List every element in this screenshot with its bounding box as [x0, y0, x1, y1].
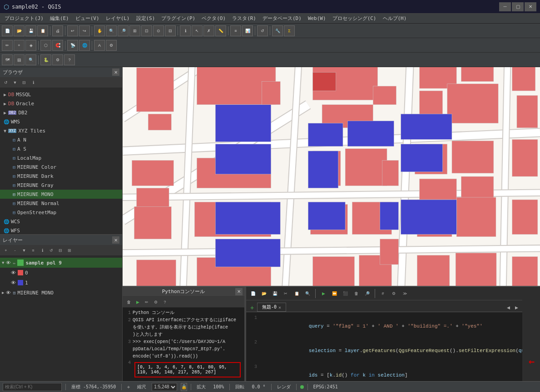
- zoom-out-btn[interactable]: 🔎: [118, 25, 129, 36]
- plugins-btn[interactable]: 🔧: [272, 25, 283, 36]
- layer-item-0[interactable]: 👁 0: [0, 268, 122, 278]
- spatial-query-btn[interactable]: 🔍: [25, 54, 36, 65]
- menu-processing[interactable]: プロセッシング(C): [330, 14, 379, 23]
- layer-refresh-btn[interactable]: ↺: [47, 246, 55, 255]
- processing-btn[interactable]: ⚙: [52, 54, 63, 65]
- py-save-file-btn[interactable]: 💾: [271, 289, 279, 298]
- snapping-btn[interactable]: 🧲: [52, 40, 63, 51]
- search-input[interactable]: [3, 383, 62, 391]
- menu-database[interactable]: データベース(D): [260, 14, 304, 23]
- menu-project[interactable]: プロジェクト(J): [2, 14, 46, 23]
- browser-item-as[interactable]: ⊞ A S: [0, 144, 122, 153]
- map-view[interactable]: [123, 67, 540, 286]
- browser-item-wms[interactable]: 🌐 WMS: [0, 117, 122, 126]
- menu-settings[interactable]: 設定(S): [134, 14, 158, 23]
- layer-close-btn[interactable]: ✕: [112, 236, 119, 244]
- digitize-btn[interactable]: ✏: [2, 40, 13, 51]
- browser-item-mierune-mono[interactable]: ⊞ MIERUNE MONO: [0, 190, 122, 199]
- layer-expand-btn[interactable]: ⊞: [65, 246, 74, 255]
- py-run-all-btn[interactable]: ⏩: [330, 289, 338, 298]
- browser-close-btn[interactable]: ✕: [112, 69, 119, 76]
- browser-refresh-btn[interactable]: ↺: [2, 78, 10, 87]
- browser-item-oracle[interactable]: ▶ DB Oracle: [0, 99, 122, 108]
- browser-item-wcs[interactable]: 🌐 WCS: [0, 217, 122, 226]
- zoom-selection-btn[interactable]: ⊙: [153, 25, 164, 36]
- code-editor[interactable]: 1 query = '"flag" = 1' + ' AND ' + '"bui…: [246, 312, 522, 381]
- menu-plugins[interactable]: プラグイン(P): [159, 14, 198, 23]
- layer-filter-btn[interactable]: ▼: [20, 246, 28, 255]
- browser-item-mssql[interactable]: ▶ DB MSSQL: [0, 90, 122, 99]
- scale-select[interactable]: 1:5,248: [152, 383, 177, 391]
- menu-web[interactable]: Web(W): [305, 15, 329, 22]
- python2-btn[interactable]: 🐍: [40, 54, 51, 65]
- browser-collapse-btn[interactable]: ⊟: [20, 78, 28, 87]
- py-search2-btn[interactable]: 🔎: [363, 289, 371, 298]
- layer-statistics-btn[interactable]: 📊: [242, 25, 253, 36]
- menu-view[interactable]: ビュー(V): [73, 14, 102, 23]
- new-tab-btn[interactable]: +: [248, 304, 256, 312]
- browser-item-localmap[interactable]: ⊞ LocalMap: [0, 153, 122, 162]
- zoom-layer-btn[interactable]: ⊡: [141, 25, 152, 36]
- py-hash-btn[interactable]: #: [379, 289, 387, 298]
- browser-item-an[interactable]: ⊞ A N: [0, 135, 122, 144]
- layer-item-mierune[interactable]: ▶ 👁 ⊞ MIERUNE MONO: [0, 288, 122, 298]
- zoom-native-btn[interactable]: ⊟: [165, 25, 176, 36]
- py-find-btn[interactable]: 🔍: [303, 289, 312, 298]
- layer-info-btn[interactable]: ℹ: [38, 246, 46, 255]
- redo-btn[interactable]: ↪: [79, 25, 90, 36]
- close-button[interactable]: ✕: [525, 2, 536, 11]
- label-btn[interactable]: A: [94, 40, 105, 51]
- py-edit-btn[interactable]: ✏: [143, 298, 151, 306]
- attribute-table-btn[interactable]: ≡: [230, 25, 241, 36]
- py-clear-btn[interactable]: 🗑: [124, 298, 133, 306]
- identify-btn[interactable]: ℹ: [180, 25, 191, 36]
- python-btn[interactable]: Σ: [284, 25, 295, 36]
- minimize-button[interactable]: ─: [499, 2, 511, 11]
- layer-eye-icon[interactable]: 👁: [6, 260, 11, 266]
- zoom-extent-btn[interactable]: ⊞: [129, 25, 140, 36]
- py-open-file-btn[interactable]: 📂: [260, 289, 268, 298]
- py-run-btn[interactable]: ▶: [134, 298, 142, 306]
- browser-item-mierune-color[interactable]: ⊞ MIERUNE Color: [0, 162, 122, 172]
- lock-scale-btn[interactable]: 🔒: [181, 383, 187, 391]
- tab-scroll-right[interactable]: ▶: [512, 304, 520, 312]
- py-stop-btn[interactable]: ⬛: [341, 289, 349, 298]
- help2-btn[interactable]: ?: [64, 54, 75, 65]
- menu-edit[interactable]: 編集(E): [47, 14, 72, 23]
- new-project-btn[interactable]: 📄: [2, 25, 13, 36]
- save-as-btn[interactable]: 📋: [37, 25, 48, 36]
- layer-item-sample-pol[interactable]: ▼ 👁 ✏ sample pol 9: [0, 258, 122, 268]
- gps-btn[interactable]: 📡: [67, 40, 78, 51]
- deselect-btn[interactable]: ✗: [203, 25, 214, 36]
- print-btn[interactable]: 🖨: [52, 25, 63, 36]
- undo-btn[interactable]: ↩: [67, 25, 78, 36]
- browser-item-mierune-normal[interactable]: ⊞ MIERUNE Normal: [0, 199, 122, 208]
- select-btn[interactable]: ↖: [192, 25, 203, 36]
- browser-item-wfs[interactable]: 🌐 WFS: [0, 226, 122, 234]
- maximize-button[interactable]: ▢: [512, 2, 524, 11]
- py-run-editor-btn[interactable]: ▶: [319, 289, 327, 298]
- py-clear-editor-btn[interactable]: 🗑: [352, 289, 360, 298]
- wms-btn[interactable]: 🌐: [79, 40, 90, 51]
- refresh-btn[interactable]: ↺: [257, 25, 268, 36]
- browser-properties-btn[interactable]: ℹ: [29, 78, 37, 87]
- layer-collapse-btn[interactable]: ⊟: [56, 246, 64, 255]
- layer-add-btn[interactable]: +: [2, 246, 10, 255]
- py-help-btn[interactable]: ?: [161, 298, 169, 306]
- browser-item-xyz[interactable]: ▼ XYZ XYZ Tiles: [0, 126, 122, 135]
- node-tool-btn[interactable]: ◈: [25, 40, 36, 51]
- layer-eye-icon-0[interactable]: 👁: [11, 270, 16, 276]
- menu-help[interactable]: ヘルプ(H): [380, 14, 410, 23]
- editor-tab-untitled[interactable]: 無題-0 ✕: [257, 303, 286, 312]
- zoom-in-btn[interactable]: 🔍: [106, 25, 117, 36]
- map-tip-btn[interactable]: 🗺: [2, 54, 13, 65]
- py-options-btn[interactable]: ⚙: [152, 298, 160, 306]
- menu-raster[interactable]: ラスタ(R): [229, 14, 259, 23]
- advanced-dig-btn[interactable]: ⬡: [40, 40, 51, 51]
- layer-open-attr-btn[interactable]: ≡: [29, 246, 37, 255]
- open-project-btn[interactable]: 📂: [14, 25, 25, 36]
- layer-eye-icon-mierune[interactable]: 👁: [6, 290, 11, 296]
- menu-vector[interactable]: ベクタ(O): [199, 14, 228, 23]
- browser-item-mierune-dark[interactable]: ⊞ MIERUNE Dark: [0, 172, 122, 181]
- editor-tab-close[interactable]: ✕: [278, 305, 281, 310]
